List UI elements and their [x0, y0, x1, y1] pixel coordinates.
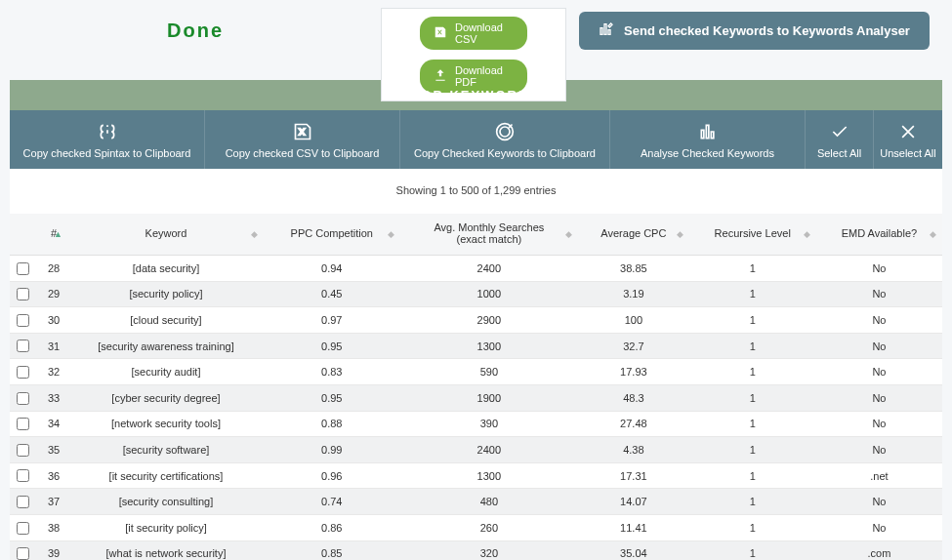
cell-cpc: 27.48 — [578, 411, 688, 437]
cell-searches: 1300 — [400, 333, 579, 359]
cell-keyword: [cyber security degree] — [68, 384, 264, 411]
cell-cpc: 4.38 — [578, 437, 688, 463]
table-row: 35[security software]0.9924004.381No — [10, 437, 942, 463]
table-row: 30[cloud security]0.9729001001No — [10, 307, 942, 334]
bar-chart-icon — [616, 122, 799, 141]
download-csv-label: Download CSV — [455, 21, 514, 45]
cell-ppc: 0.94 — [264, 256, 400, 282]
cell-cpc: 17.93 — [578, 359, 688, 385]
check-icon — [811, 122, 867, 141]
send-keywords-button[interactable]: Send checked Keywords to Keywords Analys… — [579, 12, 930, 50]
cell-number: 33 — [39, 384, 68, 411]
cell-recursive: 1 — [689, 489, 816, 515]
row-checkbox[interactable] — [17, 418, 29, 430]
row-checkbox[interactable] — [17, 522, 29, 535]
cell-searches: 2900 — [400, 307, 579, 334]
spintax-icon — [16, 122, 198, 141]
cell-number: 29 — [39, 281, 68, 307]
cell-searches: 590 — [400, 359, 579, 385]
cell-recursive: 1 — [689, 437, 816, 463]
cell-emd: No — [816, 281, 942, 307]
col-emd[interactable]: EMD Available?◆ — [816, 214, 942, 256]
action-bar: Copy checked Spintax to Clipboard Copy c… — [10, 110, 942, 169]
cell-cpc: 35.04 — [578, 540, 688, 560]
table-row: 39[what is network security]0.8532035.04… — [10, 540, 942, 560]
analyse-keywords-label: Analyse Checked Keywords — [616, 147, 799, 159]
cell-keyword: [security software] — [68, 437, 264, 463]
cell-searches: 260 — [400, 514, 579, 540]
copy-csv-label: Copy checked CSV to Clipboard — [211, 147, 393, 159]
cell-keyword: [what is network security] — [68, 540, 264, 560]
col-ppc[interactable]: PPC Competition◆ — [264, 214, 400, 256]
select-all-button[interactable]: Select All — [806, 110, 874, 169]
cell-emd: No — [816, 333, 942, 359]
cell-recursive: 1 — [689, 359, 816, 385]
col-recursive[interactable]: Recursive Level◆ — [689, 214, 816, 256]
cell-number: 34 — [39, 411, 68, 437]
cell-number: 39 — [39, 540, 68, 560]
cell-recursive: 1 — [689, 307, 816, 334]
table-row: 37[security consulting]0.7448014.071No — [10, 489, 942, 515]
row-checkbox[interactable] — [17, 547, 29, 560]
close-icon — [880, 122, 936, 141]
analyse-keywords-button[interactable]: Analyse Checked Keywords — [610, 110, 806, 169]
cell-ppc: 0.88 — [264, 411, 400, 437]
cell-ppc: 0.95 — [264, 333, 400, 359]
pdf-icon — [434, 68, 447, 84]
row-checkbox[interactable] — [17, 469, 29, 482]
cell-number: 31 — [39, 333, 68, 359]
copy-keywords-label: Copy Checked Keywords to Clipboard — [406, 147, 603, 159]
table-row: 31[security awareness training]0.9513003… — [10, 333, 942, 359]
unselect-all-button[interactable]: Unselect All — [874, 110, 942, 169]
target-icon — [406, 122, 603, 141]
select-all-label: Select All — [811, 147, 867, 159]
keywords-table: #▲ Keyword◆ PPC Competition◆ Avg. Monthl… — [10, 214, 942, 560]
cell-searches: 390 — [400, 411, 579, 437]
table-row: 32[security audit]0.8359017.931No — [10, 359, 942, 385]
col-cpc[interactable]: Average CPC◆ — [578, 214, 688, 256]
row-checkbox[interactable] — [17, 366, 29, 379]
cell-cpc: 17.31 — [578, 462, 688, 489]
row-checkbox[interactable] — [17, 392, 29, 405]
col-number[interactable]: #▲ — [39, 214, 68, 256]
cell-ppc: 0.97 — [264, 307, 400, 334]
row-checkbox[interactable] — [17, 314, 29, 327]
cell-keyword: [network security tools] — [68, 411, 264, 437]
col-searches[interactable]: Avg. Monthly Searches (exact match)◆ — [400, 214, 579, 256]
table-row: 36[it security certifications]0.96130017… — [10, 462, 942, 489]
row-checkbox[interactable] — [17, 444, 29, 457]
cell-number: 30 — [39, 307, 68, 334]
download-pdf-label: Download PDF — [455, 64, 514, 88]
row-checkbox[interactable] — [17, 340, 29, 352]
excel-icon — [211, 122, 393, 141]
cell-recursive: 1 — [689, 333, 816, 359]
cell-emd: No — [816, 411, 942, 437]
cell-number: 37 — [39, 489, 68, 515]
cell-emd: No — [816, 489, 942, 515]
cell-number: 28 — [39, 256, 68, 282]
cell-searches: 320 — [400, 540, 579, 560]
cell-searches: 2400 — [400, 437, 579, 463]
download-csv-button[interactable]: Download CSV — [420, 17, 527, 50]
row-checkbox[interactable] — [17, 496, 29, 508]
cell-cpc: 38.85 — [578, 256, 688, 282]
cell-recursive: 1 — [689, 540, 816, 560]
cell-emd: .com — [816, 540, 942, 560]
copy-spintax-button[interactable]: Copy checked Spintax to Clipboard — [10, 110, 205, 169]
cell-emd: No — [816, 256, 942, 282]
cell-keyword: [security consulting] — [68, 489, 264, 515]
copy-keywords-button[interactable]: Copy Checked Keywords to Clipboard — [400, 110, 610, 169]
cell-cpc: 100 — [578, 307, 688, 334]
row-checkbox[interactable] — [17, 262, 29, 275]
copy-csv-button[interactable]: Copy checked CSV to Clipboard — [205, 110, 400, 169]
table-row: 34[network security tools]0.8839027.481N… — [10, 411, 942, 437]
bar-chart-icon — [599, 21, 614, 40]
cell-recursive: 1 — [689, 462, 816, 489]
copy-spintax-label: Copy checked Spintax to Clipboard — [16, 147, 198, 159]
cell-ppc: 0.96 — [264, 462, 400, 489]
col-keyword[interactable]: Keyword◆ — [68, 214, 264, 256]
cell-number: 32 — [39, 359, 68, 385]
cell-ppc: 0.95 — [264, 384, 400, 411]
row-checkbox[interactable] — [17, 288, 29, 300]
cell-cpc: 14.07 — [578, 489, 688, 515]
